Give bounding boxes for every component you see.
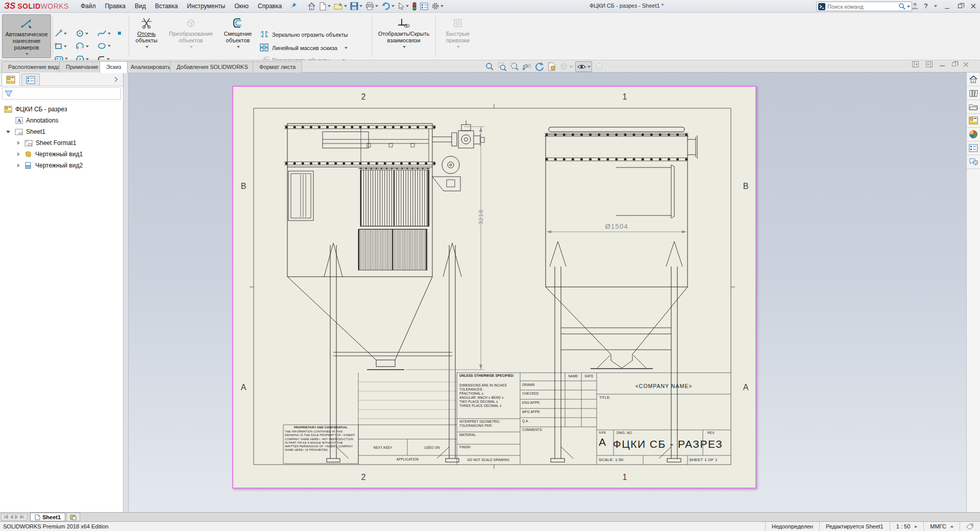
taskpane-design-library-icon[interactable] [967, 100, 980, 114]
menu-edit[interactable]: Правка [100, 0, 130, 12]
taskpane-resources-icon[interactable] [967, 86, 980, 100]
next-sheet-icon[interactable] [15, 515, 18, 519]
height-dimension[interactable]: 3218 [478, 202, 484, 232]
rectangle-tool[interactable] [54, 42, 67, 51]
arc-tool[interactable] [76, 42, 89, 51]
status-units[interactable]: ММГС [923, 522, 960, 531]
mirror-entities-button[interactable]: Зеркально отразить объекты [259, 30, 348, 39]
doc-close-icon[interactable] [963, 62, 969, 67]
options-list-icon[interactable] [419, 2, 429, 11]
convert-entities-button[interactable]: Преобразованиеобъектов [164, 14, 217, 58]
tab-sheet-format[interactable]: Формат листа [253, 61, 302, 73]
tree-item-sheet-format1[interactable]: Sheet Format1 [17, 138, 76, 148]
tree-root-item[interactable]: ФЦКИ СБ - разрез [4, 104, 67, 114]
help-caret[interactable] [934, 5, 937, 7]
tree-filter-box[interactable] [2, 87, 121, 100]
point-tool[interactable] [116, 30, 122, 36]
taskpane-view-palette-icon[interactable] [967, 114, 980, 128]
menu-help[interactable]: Справка [253, 0, 286, 12]
last-sheet-icon[interactable] [20, 515, 24, 519]
view-settings-icon[interactable] [595, 62, 603, 71]
hide-show-items-button[interactable] [575, 61, 592, 72]
panel-splitter[interactable] [124, 73, 129, 512]
pane-left-icon[interactable] [912, 61, 919, 67]
auto-dim-caret[interactable] [26, 53, 29, 55]
convert-caret[interactable] [190, 46, 193, 48]
offset-entities-button[interactable]: Смещениеобъектов [219, 14, 256, 58]
menu-file[interactable]: Файл [76, 0, 101, 12]
user-icon[interactable] [911, 2, 919, 10]
featuremanager-tab[interactable] [2, 73, 20, 86]
collapse-arrow-icon[interactable] [17, 163, 20, 167]
open-button[interactable] [333, 2, 348, 11]
tab-solidworks-addins[interactable]: Добавления SOLIDWORKS [170, 61, 255, 73]
drawing-sheet[interactable]: 2 1 2 1 B A B A 3218 Ø1504 UNLESS OTHERW… [232, 86, 756, 489]
zoom-fit-icon[interactable] [485, 62, 495, 71]
linear-pattern-button[interactable]: Линейный массив эскиза [259, 43, 348, 53]
diameter-dimension[interactable]: Ø1504 [596, 223, 637, 230]
rotate-view-icon[interactable] [534, 62, 545, 71]
print-button[interactable] [364, 2, 379, 11]
collapse-arrow-icon[interactable] [17, 141, 20, 145]
sheet-nav-buttons[interactable] [1, 514, 27, 521]
hide-show-caret[interactable] [587, 66, 591, 68]
menu-insert[interactable]: Вставка [151, 0, 183, 12]
taskpane-comments-icon[interactable] [967, 155, 980, 169]
ellipse-tool[interactable] [97, 42, 111, 50]
prev-sheet-icon[interactable] [10, 515, 13, 519]
snaps-caret[interactable] [457, 46, 460, 48]
tree-item-annotations[interactable]: A Annotations [15, 115, 58, 126]
collapse-arrow-icon[interactable] [17, 152, 20, 156]
zoom-area-icon[interactable] [497, 62, 507, 71]
menu-window[interactable]: Окно [230, 0, 253, 12]
linear-pattern-caret[interactable] [345, 47, 348, 49]
minimize-button[interactable] [940, 0, 953, 12]
first-sheet-icon[interactable] [4, 515, 8, 519]
add-sheet-tab[interactable] [66, 513, 80, 521]
settings-gear-icon[interactable] [430, 2, 445, 11]
line-tool[interactable] [54, 29, 67, 38]
tab-view-layout[interactable]: Расположение вида [2, 61, 67, 73]
tree-item-view1[interactable]: Чертежный вид1 [17, 149, 83, 159]
pin-icon[interactable] [290, 2, 297, 11]
tab-evaluate[interactable]: Анализировать [124, 61, 177, 73]
taskpane-home-icon[interactable] [967, 73, 980, 86]
tab-sketch[interactable]: Эскиз [100, 61, 128, 73]
relations-caret[interactable] [403, 46, 406, 48]
menu-view[interactable]: Вид [130, 0, 151, 12]
status-tag-button[interactable] [960, 522, 980, 531]
display-style-icon[interactable] [559, 62, 573, 71]
section-view-icon[interactable] [522, 62, 532, 71]
graphics-area[interactable]: 2 1 2 1 B A B A 3218 Ø1504 UNLESS OTHERW… [129, 73, 966, 512]
trim-caret[interactable] [145, 46, 149, 48]
display-relations-button[interactable]: Отобразить/Скрытьвзаимосвязи [374, 14, 434, 58]
trim-entities-button[interactable]: Отсечьобъекты [131, 14, 162, 58]
status-sheet-scale[interactable]: 1 : 50 [890, 522, 924, 531]
taskpane-appearances-icon[interactable] [967, 128, 980, 141]
tab-annotation[interactable]: Примечание [59, 61, 105, 73]
search-caret[interactable] [907, 6, 910, 8]
menu-tools[interactable]: Инструменты [182, 0, 230, 12]
undo-button[interactable] [380, 2, 396, 11]
taskpane-custom-properties-icon[interactable] [967, 141, 980, 155]
tree-item-view2[interactable]: Чертежный вид2 [17, 160, 83, 171]
doc-restore-icon[interactable] [952, 62, 956, 66]
help-icon[interactable]: ? [924, 2, 928, 10]
propertymanager-tab[interactable] [21, 74, 40, 86]
3d-drawing-view-icon[interactable] [547, 62, 556, 71]
zoom-selection-icon[interactable] [509, 62, 519, 71]
new-document-button[interactable] [318, 2, 332, 11]
tree-item-sheet1[interactable]: Sheet1 [6, 127, 45, 137]
command-search[interactable]: Поиск команд [816, 2, 912, 11]
pane-right-icon[interactable] [926, 61, 933, 67]
select-cursor-button[interactable] [397, 2, 410, 11]
search-icon[interactable] [898, 3, 906, 10]
expand-arrow-icon[interactable] [6, 131, 10, 133]
restore-button[interactable] [953, 0, 967, 12]
auto-dimension-button[interactable]: Автоматическоенанесение размеров [2, 14, 51, 58]
quick-snaps-button[interactable]: Быстрыепривязки [437, 14, 478, 58]
home-button[interactable] [306, 2, 317, 11]
display-style-caret[interactable] [570, 66, 573, 68]
offset-caret[interactable] [237, 46, 240, 48]
sheet-tab-active[interactable]: Sheet1 [30, 513, 65, 521]
